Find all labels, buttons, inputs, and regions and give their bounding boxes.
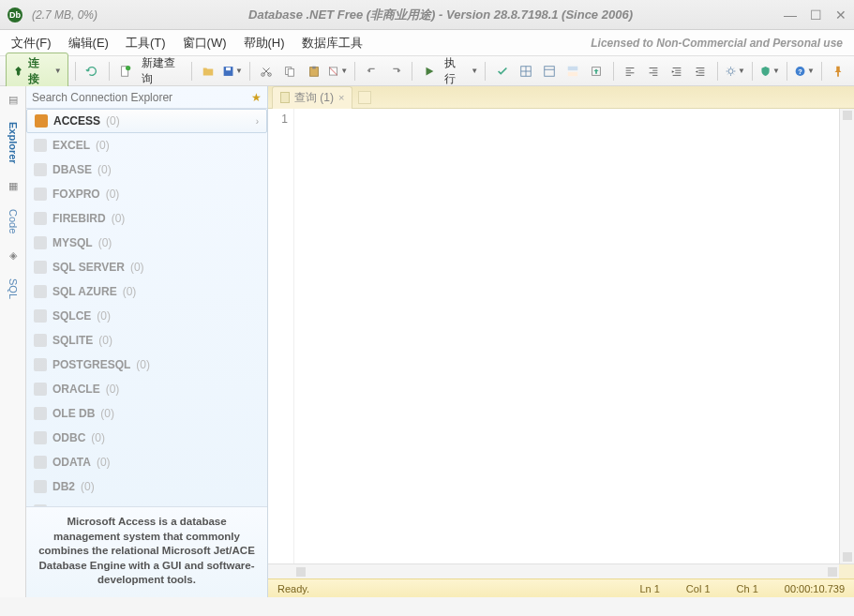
db-item-sql-server[interactable]: SQL SERVER (0) xyxy=(26,255,267,279)
execute-label[interactable]: 执行 xyxy=(444,55,466,87)
align-left-button[interactable] xyxy=(621,61,640,82)
status-bar: Ready. Ln 1 Col 1 Ch 1 00:00:10.739 xyxy=(268,578,854,597)
db-item-access[interactable]: ACCESS (0)› xyxy=(26,109,267,133)
db-item-db2[interactable]: DB2 (0) xyxy=(26,474,267,499)
db-item-mysql[interactable]: MYSQL (0) xyxy=(26,231,267,255)
settings-button[interactable]: ▼ xyxy=(725,61,745,82)
favorite-icon[interactable]: ★ xyxy=(251,91,262,104)
database-icon xyxy=(34,285,47,298)
new-query-button[interactable] xyxy=(116,61,136,82)
outdent-icon xyxy=(694,65,707,78)
db-item-sql-azure[interactable]: SQL AZURE (0) xyxy=(26,279,267,304)
paste-button[interactable] xyxy=(304,61,323,82)
menu-window[interactable]: 窗口(W) xyxy=(183,35,227,52)
menu-database-tools[interactable]: 数据库工具 xyxy=(302,35,363,52)
menu-file[interactable]: 文件(F) xyxy=(11,35,52,52)
sql-icon[interactable]: ◈ xyxy=(6,248,21,263)
indent-button[interactable] xyxy=(667,61,687,82)
clear-button[interactable]: ▼ xyxy=(327,61,348,82)
db-item-sqlce[interactable]: SQLCE (0) xyxy=(26,304,267,328)
close-button[interactable]: ✕ xyxy=(835,8,847,23)
editor-tab[interactable]: 查询 (1) × xyxy=(272,86,352,109)
db-item-postgresql[interactable]: POSTGRESQL (0) xyxy=(26,353,267,377)
dropdown-icon[interactable]: ▼ xyxy=(471,67,478,75)
database-icon xyxy=(34,188,47,201)
menu-edit[interactable]: 编辑(E) xyxy=(68,35,109,52)
dropdown-icon: ▼ xyxy=(235,67,243,75)
db-item-ole-db[interactable]: OLE DB (0) xyxy=(26,401,267,426)
save-icon xyxy=(222,65,234,78)
db-item-odbc[interactable]: ODBC (0) xyxy=(26,426,267,450)
horizontal-scrollbar[interactable] xyxy=(294,564,839,578)
menu-tools[interactable]: 工具(T) xyxy=(126,35,166,52)
new-query-label[interactable]: 新建查询 xyxy=(142,55,185,87)
refresh-button[interactable] xyxy=(82,61,102,82)
db-name: ODBC xyxy=(52,431,85,444)
gear-icon xyxy=(725,65,737,78)
db-name: SQLCE xyxy=(52,309,91,323)
line-number: 1 xyxy=(268,113,288,126)
menu-help[interactable]: 帮助(H) xyxy=(244,35,285,52)
outdent-button[interactable] xyxy=(691,61,711,82)
database-list[interactable]: ACCESS (0)›EXCEL (0)DBASE (0)FOXPRO (0)F… xyxy=(26,109,267,506)
vertical-scrollbar[interactable] xyxy=(839,109,854,563)
align-right-button[interactable] xyxy=(644,61,664,82)
maximize-button[interactable]: ☐ xyxy=(810,8,822,23)
explorer-icon[interactable]: ▤ xyxy=(6,92,21,107)
db-item-sqlite[interactable]: SQLITE (0) xyxy=(26,328,267,353)
db-count: (0) xyxy=(130,261,144,274)
save-button[interactable]: ▼ xyxy=(222,61,243,82)
database-icon xyxy=(34,504,47,506)
grid-button-2[interactable] xyxy=(539,61,559,82)
open-button[interactable] xyxy=(199,61,218,82)
dropdown-icon: ▼ xyxy=(772,67,780,75)
db-item-excel[interactable]: EXCEL (0) xyxy=(26,133,267,158)
db-item-odata[interactable]: ODATA (0) xyxy=(26,450,267,474)
db-item-foxpro[interactable]: FOXPRO (0) xyxy=(26,182,267,206)
code-editor[interactable] xyxy=(294,109,839,563)
db-count: (0) xyxy=(97,163,112,176)
database-icon xyxy=(34,261,47,274)
undo-button[interactable] xyxy=(362,61,382,82)
results-button[interactable] xyxy=(562,61,582,82)
check-button[interactable] xyxy=(492,61,512,82)
search-input[interactable] xyxy=(32,91,247,104)
shield-button[interactable]: ▼ xyxy=(759,61,780,82)
export-button[interactable] xyxy=(587,61,607,82)
code-icon[interactable]: ▦ xyxy=(6,179,21,194)
svg-rect-18 xyxy=(568,71,578,75)
db-item-oracle[interactable]: ORACLE (0) xyxy=(26,377,267,401)
grid-button-1[interactable] xyxy=(516,61,535,82)
scissors-icon xyxy=(260,65,273,78)
database-icon xyxy=(34,431,47,444)
db-name: FOXPRO xyxy=(52,188,100,201)
connect-button[interactable]: 连接 ▼ xyxy=(6,53,68,90)
add-tab-button[interactable] xyxy=(358,91,371,104)
db-item-firebird[interactable]: FIREBIRD (0) xyxy=(26,206,267,231)
eraser-icon xyxy=(327,65,339,78)
svg-rect-7 xyxy=(289,68,294,76)
database-icon xyxy=(34,334,47,347)
copy-button[interactable] xyxy=(280,61,300,82)
svg-rect-3 xyxy=(226,67,231,69)
db-item-dbase[interactable]: DBASE (0) xyxy=(26,158,267,182)
db-name: SQLITE xyxy=(52,334,93,347)
pin-button[interactable] xyxy=(829,61,848,82)
cut-button[interactable] xyxy=(257,61,277,82)
status-col: Col 1 xyxy=(686,583,711,594)
tab-explorer[interactable]: Explorer xyxy=(4,114,22,172)
db-name: SQL SERVER xyxy=(52,261,125,274)
tab-sql[interactable]: SQL xyxy=(4,271,22,307)
dropdown-icon: ▼ xyxy=(54,67,62,75)
close-tab-icon[interactable]: × xyxy=(338,92,344,103)
help-button[interactable]: ?▼ xyxy=(794,61,815,82)
check-icon xyxy=(496,65,509,78)
execute-button[interactable] xyxy=(419,61,439,82)
database-icon xyxy=(34,163,47,176)
redo-button[interactable] xyxy=(385,61,405,82)
tab-code[interactable]: Code xyxy=(4,202,22,241)
db-item-informix[interactable]: INFORMIX (0) xyxy=(26,499,267,506)
db-count: (0) xyxy=(106,114,120,128)
minimize-button[interactable]: — xyxy=(784,8,797,23)
db-count: (0) xyxy=(106,188,120,201)
